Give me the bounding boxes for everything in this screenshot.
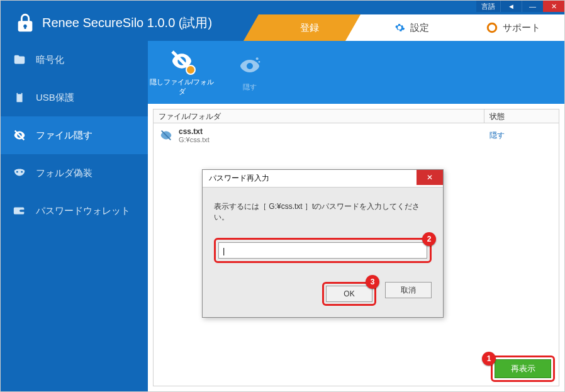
svg-rect-2 (16, 93, 22, 103)
svg-point-8 (256, 57, 259, 60)
eye-slash-icon (12, 128, 27, 143)
dialog-close-button[interactable]: ✕ (417, 170, 443, 185)
ok-highlight: OK 3 (322, 282, 376, 306)
dialog-title-bar[interactable]: パスワード再入力 ✕ (203, 170, 443, 188)
dialog-body: 表示するには［ G:¥css.txt ］tのパスワードを入力してください。 2 … (203, 188, 443, 317)
tab-support[interactable]: サポート (462, 14, 564, 41)
sidebar-item-label: 暗号化 (36, 54, 64, 66)
usb-icon (12, 90, 27, 105)
dialog-title: パスワード再入力 (209, 173, 269, 184)
sidebar-item-label: USB保護 (36, 92, 74, 104)
sidebar-item-usb[interactable]: USB保護 (1, 79, 148, 116)
app-logo-area: Renee SecureSilo 1.0.0 (試用) (1, 12, 212, 33)
eye-sparkle-icon (237, 53, 262, 79)
sidebar-item-encrypt[interactable]: 暗号化 (1, 41, 148, 79)
back-button[interactable]: ◄ (500, 1, 522, 12)
table-row[interactable]: css.txt G:¥css.txt 隠す (154, 123, 559, 147)
file-path: G:¥css.txt (179, 136, 210, 143)
callout-3: 3 (366, 275, 379, 289)
app-title: Renee SecureSilo 1.0.0 (試用) (42, 14, 212, 31)
gear-icon (394, 22, 405, 33)
tab-settings[interactable]: 設定 (361, 14, 462, 41)
callout-1: 1 (482, 352, 496, 366)
file-state-link[interactable]: 隠す (484, 130, 559, 141)
list-header: ファイル/フォルダ 状態 (154, 109, 559, 123)
sidebar-item-hidefile[interactable]: ファイル隠す (1, 116, 148, 154)
sidebar: 暗号化 USB保護 ファイル隠す フォルダ偽装 パスワードウォレット (1, 41, 148, 391)
column-header-state[interactable]: 状態 (484, 109, 559, 123)
password-dialog: パスワード再入力 ✕ 表示するには［ G:¥css.txt ］tのパスワードを入… (202, 169, 444, 318)
tool-label: 隠しファイル/フォルダ (148, 77, 216, 96)
sidebar-item-label: パスワードウォレット (36, 205, 130, 217)
dialog-message: 表示するには［ G:¥css.txt ］tのパスワードを入力してください。 (214, 201, 432, 223)
badge-dot-icon (186, 65, 196, 75)
file-name: css.txt (179, 127, 210, 136)
svg-point-6 (21, 171, 23, 173)
password-input[interactable] (218, 242, 427, 259)
language-menu[interactable]: 言語 (476, 1, 500, 12)
svg-point-5 (16, 171, 18, 173)
sidebar-item-label: フォルダ偽装 (36, 167, 92, 179)
header-tabs: 登録 設定 サポート (259, 14, 564, 41)
cancel-button[interactable]: 取消 (385, 282, 432, 298)
reshow-highlight: 再表示 (491, 356, 555, 382)
tool-hide-file-folder[interactable]: 隠しファイル/フォルダ (148, 41, 216, 104)
tab-label: サポート (503, 22, 540, 34)
sidebar-item-disguise[interactable]: フォルダ偽装 (1, 154, 148, 192)
svg-point-1 (490, 26, 494, 30)
folder-lock-icon (12, 52, 27, 67)
tool-hide[interactable]: 隠す (216, 41, 284, 104)
sidebar-item-label: ファイル隠す (36, 130, 92, 142)
svg-rect-3 (18, 92, 21, 94)
column-header-file[interactable]: ファイル/フォルダ (154, 109, 484, 123)
mask-icon (12, 165, 27, 181)
sidebar-item-wallet[interactable]: パスワードウォレット (1, 192, 148, 230)
lifebuoy-icon (486, 22, 498, 33)
tab-label: 設定 (410, 22, 429, 34)
tab-label: 登録 (300, 22, 319, 34)
ok-button[interactable]: OK (326, 286, 372, 302)
reshow-button[interactable]: 再表示 (495, 359, 551, 378)
svg-point-9 (259, 61, 260, 63)
hidden-file-icon (159, 128, 174, 143)
callout-2: 2 (422, 232, 436, 246)
wallet-icon (12, 203, 27, 218)
window-close-button[interactable]: ✕ (543, 1, 564, 12)
toolbar: 隠しファイル/フォルダ 隠す (148, 41, 564, 104)
password-highlight: 2 (214, 238, 432, 263)
dialog-button-row: OK 3 取消 (214, 282, 432, 306)
lock-icon (14, 12, 36, 33)
minimize-button[interactable]: — (522, 1, 543, 12)
window-system-bar: 言語 ◄ — ✕ (476, 1, 564, 12)
tool-label: 隠す (243, 82, 257, 92)
